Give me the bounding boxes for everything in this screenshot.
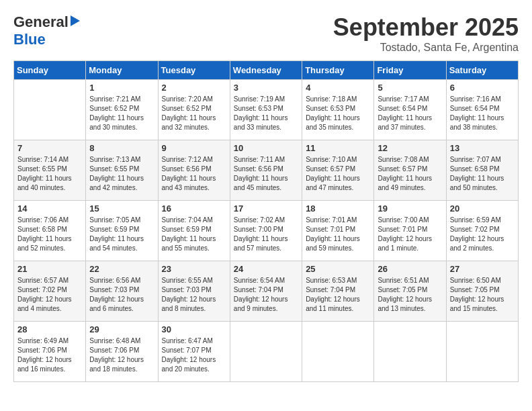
- logo-general-text: General: [13, 13, 69, 31]
- day-info: Sunrise: 7:17 AM Sunset: 6:54 PM Dayligh…: [378, 95, 442, 132]
- day-info: Sunrise: 7:11 AM Sunset: 6:56 PM Dayligh…: [234, 155, 298, 193]
- sunrise-text: Sunrise: 7:07 AM: [450, 156, 501, 163]
- sunset-text: Sunset: 6:54 PM: [450, 105, 500, 112]
- daylight-text: Daylight: 12 hours and 6 minutes.: [89, 295, 144, 312]
- day-number: 20: [450, 203, 515, 214]
- sunset-text: Sunset: 7:05 PM: [378, 286, 427, 293]
- calendar-cell: 2 Sunrise: 7:20 AM Sunset: 6:52 PM Dayli…: [158, 80, 230, 140]
- day-info: Sunrise: 6:54 AM Sunset: 7:04 PM Dayligh…: [234, 276, 298, 314]
- daylight-text: Daylight: 11 hours and 49 minutes.: [378, 175, 432, 191]
- calendar-week-row: 28 Sunrise: 6:49 AM Sunset: 7:06 PM Dayl…: [14, 322, 519, 382]
- sunrise-text: Sunrise: 7:08 AM: [378, 156, 429, 163]
- day-info: Sunrise: 7:02 AM Sunset: 7:00 PM Dayligh…: [234, 216, 298, 253]
- sunrise-text: Sunrise: 6:59 AM: [450, 216, 501, 224]
- day-number: 16: [162, 203, 226, 214]
- calendar-cell: 28 Sunrise: 6:49 AM Sunset: 7:06 PM Dayl…: [14, 322, 86, 382]
- calendar-cell: 10 Sunrise: 7:11 AM Sunset: 6:56 PM Dayl…: [230, 140, 302, 201]
- weekday-header: Tuesday: [158, 61, 230, 80]
- sunrise-text: Sunrise: 6:48 AM: [89, 337, 140, 345]
- calendar-cell: 16 Sunrise: 7:04 AM Sunset: 6:59 PM Dayl…: [158, 201, 230, 261]
- day-number: 14: [17, 203, 82, 214]
- day-number: 29: [89, 324, 154, 334]
- day-number: 24: [234, 264, 298, 274]
- daylight-text: Daylight: 12 hours and 8 minutes.: [162, 295, 216, 312]
- header: General Blue September 2025 Tostado, San…: [13, 13, 519, 54]
- sunrise-text: Sunrise: 7:06 AM: [17, 216, 69, 224]
- daylight-text: Daylight: 11 hours and 50 minutes.: [450, 175, 504, 191]
- sunset-text: Sunset: 7:06 PM: [17, 347, 67, 354]
- day-number: 25: [306, 264, 370, 274]
- month-title: September 2025: [333, 13, 519, 42]
- calendar-week-row: 7 Sunrise: 7:14 AM Sunset: 6:55 PM Dayli…: [14, 140, 519, 201]
- day-info: Sunrise: 6:59 AM Sunset: 7:02 PM Dayligh…: [450, 216, 515, 253]
- day-number: 21: [17, 264, 82, 274]
- day-info: Sunrise: 7:01 AM Sunset: 7:01 PM Dayligh…: [306, 216, 370, 253]
- sunset-text: Sunset: 7:04 PM: [306, 286, 355, 293]
- sunrise-text: Sunrise: 6:56 AM: [89, 277, 140, 284]
- sunset-text: Sunset: 6:53 PM: [234, 105, 283, 112]
- day-number: 22: [89, 264, 154, 274]
- daylight-text: Daylight: 12 hours and 2 minutes.: [450, 235, 504, 252]
- location-text: Tostado, Santa Fe, Argentina: [333, 42, 519, 54]
- sunrise-text: Sunrise: 6:50 AM: [450, 277, 501, 284]
- sunrise-text: Sunrise: 6:53 AM: [306, 277, 357, 284]
- daylight-text: Daylight: 11 hours and 43 minutes.: [162, 175, 216, 191]
- sunset-text: Sunset: 6:59 PM: [89, 226, 139, 233]
- day-info: Sunrise: 7:05 AM Sunset: 6:59 PM Dayligh…: [89, 216, 154, 253]
- daylight-text: Daylight: 12 hours and 20 minutes.: [162, 356, 216, 373]
- weekday-header: Wednesday: [230, 61, 302, 80]
- day-info: Sunrise: 7:14 AM Sunset: 6:55 PM Dayligh…: [17, 155, 82, 193]
- calendar-cell: 4 Sunrise: 7:18 AM Sunset: 6:53 PM Dayli…: [302, 80, 374, 140]
- daylight-text: Daylight: 12 hours and 13 minutes.: [378, 295, 432, 312]
- sunset-text: Sunset: 7:03 PM: [89, 286, 139, 293]
- weekday-header: Saturday: [446, 61, 518, 80]
- calendar-cell: 13 Sunrise: 7:07 AM Sunset: 6:58 PM Dayl…: [446, 140, 518, 201]
- day-number: 27: [450, 264, 515, 274]
- weekday-header: Monday: [86, 61, 158, 80]
- daylight-text: Daylight: 11 hours and 47 minutes.: [306, 175, 360, 191]
- day-info: Sunrise: 6:51 AM Sunset: 7:05 PM Dayligh…: [378, 276, 442, 314]
- calendar-cell: [374, 322, 446, 382]
- day-info: Sunrise: 6:49 AM Sunset: 7:06 PM Dayligh…: [17, 336, 82, 374]
- sunrise-text: Sunrise: 7:10 AM: [306, 156, 357, 163]
- sunrise-text: Sunrise: 6:49 AM: [17, 337, 69, 345]
- sunrise-text: Sunrise: 7:18 AM: [306, 95, 357, 103]
- day-number: 18: [306, 203, 370, 214]
- day-number: 11: [306, 143, 370, 153]
- weekday-header-row: SundayMondayTuesdayWednesdayThursdayFrid…: [14, 61, 519, 80]
- calendar-cell: 7 Sunrise: 7:14 AM Sunset: 6:55 PM Dayli…: [14, 140, 86, 201]
- calendar-cell: 8 Sunrise: 7:13 AM Sunset: 6:55 PM Dayli…: [86, 140, 158, 201]
- sunset-text: Sunset: 7:03 PM: [162, 286, 212, 293]
- day-number: 10: [234, 143, 298, 153]
- calendar-cell: 17 Sunrise: 7:02 AM Sunset: 7:00 PM Dayl…: [230, 201, 302, 261]
- sunrise-text: Sunrise: 7:12 AM: [162, 156, 213, 163]
- calendar-cell: 3 Sunrise: 7:19 AM Sunset: 6:53 PM Dayli…: [230, 80, 302, 140]
- calendar-cell: 26 Sunrise: 6:51 AM Sunset: 7:05 PM Dayl…: [374, 261, 446, 322]
- calendar-cell: 27 Sunrise: 6:50 AM Sunset: 7:05 PM Dayl…: [446, 261, 518, 322]
- sunrise-text: Sunrise: 6:51 AM: [378, 277, 429, 284]
- daylight-text: Daylight: 11 hours and 33 minutes.: [234, 114, 288, 131]
- day-info: Sunrise: 7:06 AM Sunset: 6:58 PM Dayligh…: [17, 216, 82, 253]
- daylight-text: Daylight: 12 hours and 9 minutes.: [234, 295, 288, 312]
- sunrise-text: Sunrise: 7:17 AM: [378, 95, 429, 103]
- logo: General Blue: [13, 13, 80, 48]
- day-number: 7: [17, 143, 82, 153]
- calendar-cell: 5 Sunrise: 7:17 AM Sunset: 6:54 PM Dayli…: [374, 80, 446, 140]
- calendar-cell: 1 Sunrise: 7:21 AM Sunset: 6:52 PM Dayli…: [86, 80, 158, 140]
- day-info: Sunrise: 7:18 AM Sunset: 6:53 PM Dayligh…: [306, 95, 370, 132]
- sunset-text: Sunset: 6:55 PM: [17, 165, 67, 173]
- calendar-cell: 11 Sunrise: 7:10 AM Sunset: 6:57 PM Dayl…: [302, 140, 374, 201]
- day-number: 1: [89, 83, 154, 93]
- day-info: Sunrise: 6:56 AM Sunset: 7:03 PM Dayligh…: [89, 276, 154, 314]
- sunset-text: Sunset: 6:57 PM: [378, 165, 427, 173]
- day-info: Sunrise: 7:08 AM Sunset: 6:57 PM Dayligh…: [378, 155, 442, 193]
- weekday-header: Thursday: [302, 61, 374, 80]
- sunrise-text: Sunrise: 6:54 AM: [234, 277, 285, 284]
- day-number: 5: [378, 83, 442, 93]
- calendar-cell: 23 Sunrise: 6:55 AM Sunset: 7:03 PM Dayl…: [158, 261, 230, 322]
- daylight-text: Daylight: 11 hours and 55 minutes.: [162, 235, 216, 252]
- calendar-cell: 12 Sunrise: 7:08 AM Sunset: 6:57 PM Dayl…: [374, 140, 446, 201]
- daylight-text: Daylight: 11 hours and 54 minutes.: [89, 235, 144, 252]
- day-info: Sunrise: 7:16 AM Sunset: 6:54 PM Dayligh…: [450, 95, 515, 132]
- sunrise-text: Sunrise: 7:21 AM: [89, 95, 140, 103]
